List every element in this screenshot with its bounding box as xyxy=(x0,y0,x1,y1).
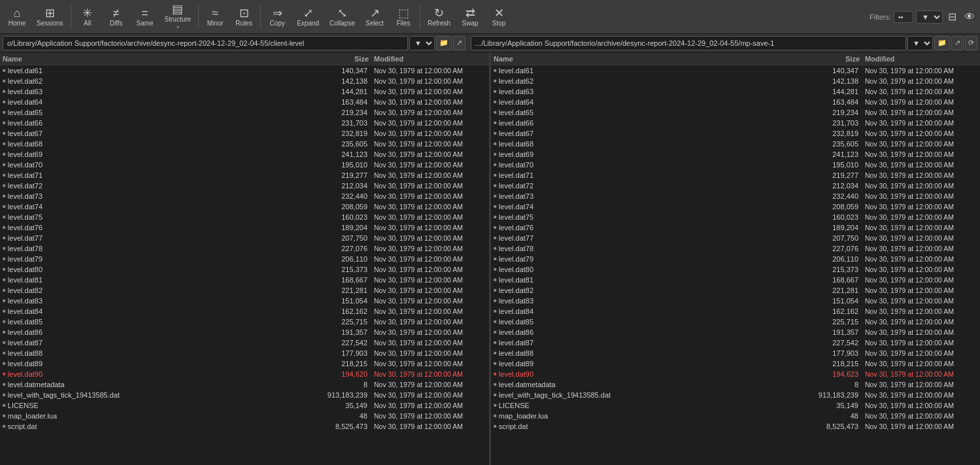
list-item[interactable]: ■level.dat69241,123Nov 30, 1979 at 12:00… xyxy=(491,149,980,160)
minor-button[interactable]: ≈ Minor xyxy=(201,3,229,31)
home-button[interactable]: ⌂ Home xyxy=(3,3,31,31)
left-browse-button[interactable]: 📁 xyxy=(436,36,452,50)
right-open-button[interactable]: ↗ xyxy=(951,36,964,50)
list-item[interactable]: ■level.dat76189,204Nov 30, 1979 at 12:00… xyxy=(0,222,489,233)
right-sync-button[interactable]: ⟳ xyxy=(965,36,977,50)
right-browse-button[interactable]: 📁 xyxy=(934,36,950,50)
list-item[interactable]: ■level.dat88177,903Nov 30, 1979 at 12:00… xyxy=(491,348,980,358)
list-item[interactable]: ■level.dat70195,010Nov 30, 1979 at 12:00… xyxy=(0,160,489,170)
diffs-button[interactable]: ≠ Diffs xyxy=(102,3,131,31)
files-button[interactable]: ⬚ Files xyxy=(389,3,418,31)
list-item[interactable]: ■level.dat80215,373Nov 30, 1979 at 12:00… xyxy=(0,264,489,275)
left-path-dropdown[interactable]: ▼ xyxy=(409,36,435,50)
right-path-input[interactable] xyxy=(471,36,906,50)
left-col-size[interactable]: Size xyxy=(319,55,371,63)
right-col-modified[interactable]: Modified xyxy=(862,55,980,63)
list-item[interactable]: ■level.dat85225,715Nov 30, 1979 at 12:00… xyxy=(0,317,489,327)
left-path-input[interactable] xyxy=(3,36,408,50)
structure-button[interactable]: ▤ Structure ▾ xyxy=(160,3,197,31)
left-open-button[interactable]: ↗ xyxy=(453,36,465,50)
copy-button[interactable]: ⇒ Copy xyxy=(263,3,292,31)
list-item[interactable]: ■level.dat75160,023Nov 30, 1979 at 12:00… xyxy=(491,212,980,222)
list-item[interactable]: ■level.dat63144,281Nov 30, 1979 at 12:00… xyxy=(491,86,980,97)
right-path-dropdown[interactable]: ▼ xyxy=(907,36,933,50)
rules-button[interactable]: ⊡ Rules xyxy=(229,3,258,31)
list-item[interactable]: ■level.dat77207,750Nov 30, 1979 at 12:00… xyxy=(491,233,980,243)
list-item[interactable]: ■level.dat64163,484Nov 30, 1979 at 12:00… xyxy=(491,97,980,107)
list-item[interactable]: ■level.dat61140,347Nov 30, 1979 at 12:00… xyxy=(0,65,489,76)
filter-icon-button[interactable]: ⊟ xyxy=(945,8,959,26)
list-item[interactable]: ■level.dat66231,703Nov 30, 1979 at 12:00… xyxy=(0,118,489,128)
select-button[interactable]: ↗ Select xyxy=(360,3,389,31)
right-col-name[interactable]: Name xyxy=(491,55,810,63)
list-item[interactable]: ■level.dat67232,819Nov 30, 1979 at 12:00… xyxy=(0,128,489,139)
list-item[interactable]: ■level.dat73232,440Nov 30, 1979 at 12:00… xyxy=(491,191,980,201)
list-item[interactable]: ■level.dat81168,667Nov 30, 1979 at 12:00… xyxy=(0,275,489,285)
left-col-modified[interactable]: Modified xyxy=(371,55,489,63)
list-item[interactable]: ■level.dat70195,010Nov 30, 1979 at 12:00… xyxy=(491,160,980,170)
list-item[interactable]: ■script.dat8,525,473Nov 30, 1979 at 12:0… xyxy=(0,421,489,432)
filters-input[interactable] xyxy=(894,11,913,23)
list-item[interactable]: ■level.dat85225,715Nov 30, 1979 at 12:00… xyxy=(491,317,980,327)
list-item[interactable]: ■level.dat78227,076Nov 30, 1979 at 12:00… xyxy=(0,243,489,254)
list-item[interactable]: ■map_loader.lua48Nov 30, 1979 at 12:00:0… xyxy=(0,411,489,421)
list-item[interactable]: ■LICENSE35,149Nov 30, 1979 at 12:00:00 A… xyxy=(491,400,980,411)
list-item[interactable]: ■level.datmetadata8Nov 30, 1979 at 12:00… xyxy=(0,379,489,390)
list-item[interactable]: ■level.dat89218,215Nov 30, 1979 at 12:00… xyxy=(0,358,489,369)
left-col-name[interactable]: Name xyxy=(0,55,319,63)
list-item[interactable]: ■level.dat74208,059Nov 30, 1979 at 12:00… xyxy=(491,201,980,212)
refresh-button[interactable]: ↻ Refresh xyxy=(422,3,456,31)
list-item[interactable]: ■level.dat90194,623Nov 30, 1979 at 12:00… xyxy=(491,369,980,379)
list-item[interactable]: ■level.dat71219,277Nov 30, 1979 at 12:00… xyxy=(491,170,980,181)
list-item[interactable]: ■level.dat66231,703Nov 30, 1979 at 12:00… xyxy=(491,118,980,128)
stop-button[interactable]: ✕ Stop xyxy=(484,3,513,31)
list-item[interactable]: ■level.dat69241,123Nov 30, 1979 at 12:00… xyxy=(0,149,489,160)
list-item[interactable]: ■level.dat67232,819Nov 30, 1979 at 12:00… xyxy=(491,128,980,139)
list-item[interactable]: ■level.dat76189,204Nov 30, 1979 at 12:00… xyxy=(491,222,980,233)
list-item[interactable]: ■level.dat82221,281Nov 30, 1979 at 12:00… xyxy=(491,285,980,296)
peek-icon-button[interactable]: 👁 xyxy=(962,9,977,26)
sessions-button[interactable]: ⊞ Sessions xyxy=(31,3,69,31)
collapse-button[interactable]: ⤡ Collapse xyxy=(324,3,360,31)
list-item[interactable]: ■level.dat80215,373Nov 30, 1979 at 12:00… xyxy=(491,264,980,275)
list-item[interactable]: ■level.dat74208,059Nov 30, 1979 at 12:00… xyxy=(0,201,489,212)
list-item[interactable]: ■level.dat71219,277Nov 30, 1979 at 12:00… xyxy=(0,170,489,181)
list-item[interactable]: ■level_with_tags_tick_19413585.dat913,18… xyxy=(0,390,489,400)
list-item[interactable]: ■level.dat89218,215Nov 30, 1979 at 12:00… xyxy=(491,358,980,369)
list-item[interactable]: ■level.dat83151,054Nov 30, 1979 at 12:00… xyxy=(491,296,980,306)
list-item[interactable]: ■level.dat78227,076Nov 30, 1979 at 12:00… xyxy=(491,243,980,254)
list-item[interactable]: ■level.dat68235,605Nov 30, 1979 at 12:00… xyxy=(491,139,980,149)
list-item[interactable]: ■level_with_tags_tick_19413585.dat913,18… xyxy=(491,390,980,400)
list-item[interactable]: ■level.dat72212,034Nov 30, 1979 at 12:00… xyxy=(491,181,980,191)
list-item[interactable]: ■level.dat62142,138Nov 30, 1979 at 12:00… xyxy=(0,76,489,86)
list-item[interactable]: ■level.dat81168,667Nov 30, 1979 at 12:00… xyxy=(491,275,980,285)
list-item[interactable]: ■level.dat79206,110Nov 30, 1979 at 12:00… xyxy=(491,254,980,264)
list-item[interactable]: ■script.dat8,525,473Nov 30, 1979 at 12:0… xyxy=(491,421,980,432)
list-item[interactable]: ■level.dat87227,542Nov 30, 1979 at 12:00… xyxy=(0,337,489,348)
expand-button[interactable]: ⤢ Expand xyxy=(292,3,324,31)
list-item[interactable]: ■level.dat79206,110Nov 30, 1979 at 12:00… xyxy=(0,254,489,264)
list-item[interactable]: ■level.dat73232,440Nov 30, 1979 at 12:00… xyxy=(0,191,489,201)
right-col-size[interactable]: Size xyxy=(810,55,862,63)
list-item[interactable]: ■level.dat86191,357Nov 30, 1979 at 12:00… xyxy=(491,327,980,337)
swap-button[interactable]: ⇄ Swap xyxy=(456,3,484,31)
list-item[interactable]: ■level.dat68235,605Nov 30, 1979 at 12:00… xyxy=(0,139,489,149)
list-item[interactable]: ■LICENSE35,149Nov 30, 1979 at 12:00:00 A… xyxy=(0,400,489,411)
list-item[interactable]: ■level.dat61140,347Nov 30, 1979 at 12:00… xyxy=(491,65,980,76)
same-button[interactable]: = Same xyxy=(131,3,160,31)
list-item[interactable]: ■level.dat62142,138Nov 30, 1979 at 12:00… xyxy=(491,76,980,86)
list-item[interactable]: ■level.dat75160,023Nov 30, 1979 at 12:00… xyxy=(0,212,489,222)
list-item[interactable]: ■level.dat87227,542Nov 30, 1979 at 12:00… xyxy=(491,337,980,348)
list-item[interactable]: ■level.dat82221,281Nov 30, 1979 at 12:00… xyxy=(0,285,489,296)
all-button[interactable]: ✳ All xyxy=(73,3,102,31)
list-item[interactable]: ■level.dat88177,903Nov 30, 1979 at 12:00… xyxy=(0,348,489,358)
list-item[interactable]: ■level.dat84162,162Nov 30, 1979 at 12:00… xyxy=(491,306,980,317)
list-item[interactable]: ■level.dat83151,054Nov 30, 1979 at 12:00… xyxy=(0,296,489,306)
list-item[interactable]: ■level.dat65219,234Nov 30, 1979 at 12:00… xyxy=(491,107,980,118)
list-item[interactable]: ■level.datmetadata8Nov 30, 1979 at 12:00… xyxy=(491,379,980,390)
list-item[interactable]: ■level.dat65219,234Nov 30, 1979 at 12:00… xyxy=(0,107,489,118)
filters-dropdown[interactable]: ▼ xyxy=(916,10,943,24)
list-item[interactable]: ■level.dat86191,357Nov 30, 1979 at 12:00… xyxy=(0,327,489,337)
list-item[interactable]: ■level.dat64163,484Nov 30, 1979 at 12:00… xyxy=(0,97,489,107)
list-item[interactable]: ■map_loader.lua48Nov 30, 1979 at 12:00:0… xyxy=(491,411,980,421)
